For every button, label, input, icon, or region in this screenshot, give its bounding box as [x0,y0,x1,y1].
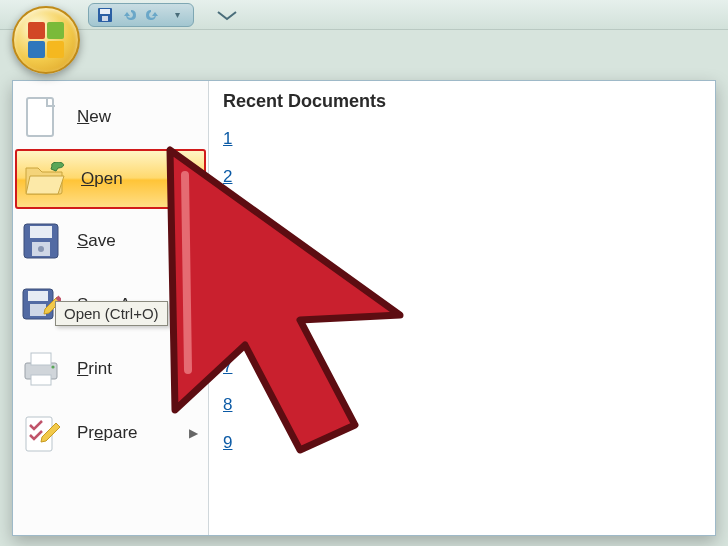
redo-icon[interactable] [143,5,163,25]
svg-rect-16 [31,353,51,365]
open-folder-icon [23,157,67,201]
svg-rect-17 [31,375,51,385]
svg-rect-7 [27,98,53,136]
svg-rect-9 [30,226,52,238]
title-bar: ▾ [0,0,728,30]
recent-document-item[interactable]: 4 [223,234,701,272]
office-button[interactable] [12,6,80,74]
recent-documents-list: 123456789 [223,120,701,462]
chevron-right-icon: ▶ [189,362,198,376]
prepare-icon [19,411,63,455]
recent-document-item[interactable]: 2 [223,158,701,196]
menu-label: Save [77,231,116,251]
menu-item-open[interactable]: Open [15,149,206,209]
svg-rect-2 [102,16,108,21]
recent-document-item[interactable]: 9 [223,424,701,462]
svg-point-11 [38,246,44,252]
recent-document-item[interactable]: 8 [223,386,701,424]
recent-document-item[interactable]: 6 [223,310,701,348]
undo-icon[interactable] [119,5,139,25]
svg-rect-5 [28,41,45,58]
chevron-right-icon: ▶ [189,298,198,312]
recent-document-item[interactable]: 1 [223,120,701,158]
recent-document-item[interactable]: 7 [223,348,701,386]
save-disk-icon [19,219,63,263]
menu-item-save[interactable]: Save [13,209,208,273]
menu-item-new[interactable]: New [13,85,208,149]
new-document-icon [19,95,63,139]
recent-documents-pane: Recent Documents 123456789 [209,81,715,535]
menu-label: Prepare [77,423,138,443]
menu-label: Print [77,359,112,379]
office-logo-icon [26,20,66,60]
tooltip: Open (Ctrl+O) [55,301,168,326]
menu-item-prepare[interactable]: Prepare ▶ [13,401,208,465]
ribbon-minimize[interactable] [216,7,238,23]
svg-rect-3 [28,22,45,39]
svg-point-18 [51,365,54,368]
recent-document-item[interactable]: 5 [223,272,701,310]
svg-rect-6 [47,41,64,58]
print-icon [19,347,63,391]
svg-rect-13 [28,291,48,301]
chevron-right-icon: ▶ [189,426,198,440]
recent-documents-title: Recent Documents [223,91,701,112]
qat-dropdown-icon[interactable]: ▾ [167,5,187,25]
menu-item-print[interactable]: Print ▶ [13,337,208,401]
save-icon[interactable] [95,5,115,25]
svg-rect-4 [47,22,64,39]
recent-document-item[interactable]: 3 [223,196,701,234]
menu-label: New [77,107,111,127]
quick-access-toolbar: ▾ [88,3,194,27]
svg-rect-1 [100,9,110,14]
office-menu: New Open Save Save As ▶ Print [12,80,716,536]
menu-label: Open [81,169,123,189]
